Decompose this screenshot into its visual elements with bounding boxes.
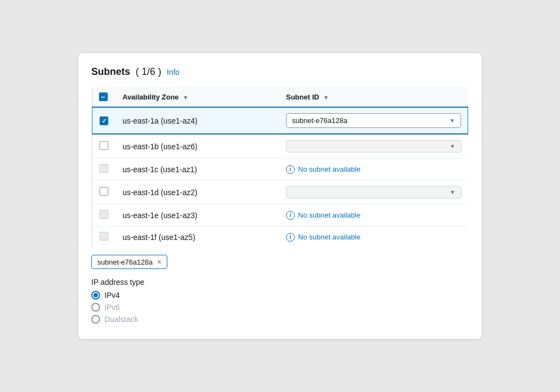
dropdown-arrow-icon: ▼ [450,118,455,124]
subnets-panel: Subnets ( 1/6 ) Info Availability Zone ▼… [78,52,482,340]
ip-address-section: IP address type IPv4 IPv6 Dualstack [91,278,469,324]
subnet-filter-icon[interactable]: ▼ [323,95,329,101]
table-header-row: Availability Zone ▼ Subnet ID ▼ [92,87,468,108]
subnet-tag-label: subnet-e76a128a [97,258,153,266]
ip-address-label: IP address type [91,278,469,286]
az-label: Availability Zone [122,93,179,101]
row-subnet-cell: ▼ [279,134,468,159]
no-subnet-indicator: iNo subnet available [286,233,462,242]
select-all-checkbox[interactable] [99,92,108,101]
az-value: us-east-1f (use1-az5) [122,233,195,242]
table-row: us-east-1f (use1-az5)iNo subnet availabl… [92,226,468,248]
row-az-cell: us-east-1c (use1-az1) [116,159,279,180]
subnet-dropdown-disabled: ▼ [286,140,462,153]
az-filter-icon[interactable]: ▼ [183,95,188,101]
az-value: us-east-1a (use1-az4) [122,116,197,125]
subnets-table: Availability Zone ▼ Subnet ID ▼ us-east-… [91,86,469,248]
table-row: us-east-1c (use1-az1)iNo subnet availabl… [92,159,468,180]
row-subnet-cell: iNo subnet available [279,204,468,226]
row-subnet-cell: ▼ [279,180,468,204]
subnet-dropdown-value: subnet-e76a128a [292,116,347,125]
ipv6-label: IPv6 [104,303,120,312]
info-circle-icon: i [286,233,295,242]
subnet-dropdown[interactable]: subnet-e76a128a▼ [286,113,461,128]
header-az: Availability Zone ▼ [116,87,279,108]
no-subnet-indicator: iNo subnet available [286,211,462,220]
table-row: us-east-1d (use1-az2)▼ [92,180,468,204]
info-circle-icon: i [286,165,295,174]
dropdown-arrow-icon: ▼ [450,189,456,195]
ipv4-label: IPv4 [104,291,120,300]
row-checkbox-cell [92,226,116,248]
row-az-cell: us-east-1d (use1-az2) [116,180,279,204]
dropdown-arrow-icon: ▼ [450,143,456,149]
ipv6-radio[interactable] [91,303,100,312]
row-checkbox-cell [92,107,116,134]
row-checkbox-disabled[interactable] [100,164,108,173]
row-checkbox-unchecked[interactable] [100,141,108,150]
row-az-cell: us-east-1e (use1-az3) [116,204,279,226]
ipv4-radio[interactable] [91,291,100,300]
dualstack-option[interactable]: Dualstack [91,315,469,324]
info-circle-icon: i [286,211,295,220]
row-az-cell: us-east-1b (use1-az6) [116,134,279,159]
no-subnet-label: No subnet available [298,233,360,241]
table-row: us-east-1b (use1-az6)▼ [92,134,468,159]
dualstack-label: Dualstack [104,315,138,324]
remove-tag-button[interactable]: × [157,258,161,266]
table-row: us-east-1a (use1-az4)subnet-e76a128a▼ [92,107,468,134]
selected-tags-area: subnet-e76a128a × [91,255,469,269]
header-subnet: Subnet ID ▼ [279,87,468,108]
table-row: us-east-1e (use1-az3)iNo subnet availabl… [92,204,468,226]
row-checkbox-disabled[interactable] [100,210,108,219]
selected-subnet-tag: subnet-e76a128a × [91,255,167,269]
row-checkbox-cell [92,180,116,204]
info-link[interactable]: Info [167,68,179,77]
panel-title: Subnets [91,66,130,78]
row-checkbox-cell [92,159,116,180]
ipv4-option[interactable]: IPv4 [91,291,469,300]
panel-count: ( 1/6 ) [136,66,161,78]
row-checkbox-cell [92,204,116,226]
az-value: us-east-1b (use1-az6) [122,142,197,151]
row-subnet-cell: subnet-e76a128a▼ [279,107,468,134]
row-az-cell: us-east-1f (use1-az5) [116,226,279,248]
no-subnet-label: No subnet available [298,165,360,173]
ipv6-option[interactable]: IPv6 [91,303,469,312]
no-subnet-label: No subnet available [298,211,360,219]
row-checkbox-disabled[interactable] [100,232,108,241]
subnet-dropdown-disabled: ▼ [286,186,462,198]
panel-header: Subnets ( 1/6 ) Info [91,66,469,78]
header-checkbox-cell [92,87,116,108]
subnet-label: Subnet ID [286,93,319,101]
az-value: us-east-1c (use1-az1) [122,165,197,174]
row-az-cell: us-east-1a (use1-az4) [116,107,279,134]
row-subnet-cell: iNo subnet available [279,226,468,248]
az-value: us-east-1d (use1-az2) [122,188,197,197]
ip-radio-group: IPv4 IPv6 Dualstack [91,291,469,324]
no-subnet-indicator: iNo subnet available [286,165,462,174]
row-checkbox-cell [92,134,116,159]
dualstack-radio[interactable] [91,315,100,324]
row-subnet-cell: iNo subnet available [279,159,468,180]
az-value: us-east-1e (use1-az3) [122,211,197,220]
row-checkbox-checked[interactable] [100,116,108,125]
row-checkbox-unchecked[interactable] [100,187,108,196]
